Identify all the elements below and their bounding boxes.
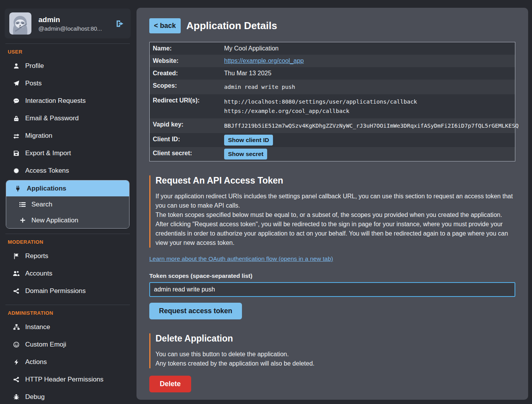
sidebar-item-custom-emoji[interactable]: Custom Emoji [5,336,131,353]
sidebar-item-email-password[interactable]: Email & Password [5,109,131,127]
sidebar-item-label: Access Tokens [25,166,69,175]
sidebar-item-label: Migration [25,132,52,140]
show-secret-button[interactable]: Show secret [224,149,267,160]
sign-out-icon[interactable] [115,19,124,28]
list-icon [19,201,26,208]
sidebar-item-reports[interactable]: Reports [5,247,131,265]
sidebar-item-label: Instance [25,323,50,331]
sidebar-item-migration[interactable]: Migration [5,127,131,144]
certificate-icon [13,168,20,174]
section-paragraph: You can use this button to delete the ap… [155,350,515,359]
share-nodes-icon [13,288,20,294]
table-row-client-secret: Client secret: Show secret [150,147,515,161]
website-link[interactable]: https://example.org/cool_app [224,57,304,64]
sidebar-item-actions[interactable]: Actions [5,353,131,371]
main-panel: < back Application Details Name: My Cool… [136,8,528,400]
section-title: Request An API Access Token [155,175,515,186]
application-details-table: Name: My Cool Application Website: https… [149,42,515,161]
delete-section-head: Delete Application You can use this butt… [149,333,515,368]
request-token-section-head: Request An API Access Token If your appl… [149,175,515,248]
request-access-token-button[interactable]: Request access token [149,303,242,319]
table-row-created: Created: Thu Mar 13 2025 [150,67,515,80]
divider [5,234,130,234]
divider [5,305,130,305]
sidebar-item-label: Interaction Requests [25,97,86,105]
delete-button[interactable]: Delete [149,376,191,392]
smile-icon [13,342,20,348]
user-icon [13,63,20,69]
table-row-client-id: Client ID: Show client ID [150,133,515,147]
sitemap-icon [13,324,20,330]
row-label: Created: [150,67,224,80]
row-label: Client ID: [150,133,224,146]
back-button[interactable]: < back [149,18,181,33]
sidebar-item-label: Search [31,200,52,208]
row-value: http://localhost:8080/settings/user/appl… [224,94,515,118]
sidebar-item-label: Applications [27,184,66,192]
paper-plane-icon [13,80,20,87]
sidebar-item-access-tokens[interactable]: Access Tokens [5,162,131,179]
sidebar-item-applications[interactable]: Applications [6,180,129,196]
user-card[interactable]: admin @admin@localhost:80... [5,9,131,38]
applications-subnav: Search New Application [6,196,129,228]
section-paragraph: If your application redirect URIs includ… [155,192,515,210]
sidebar-item-debug[interactable]: Debug [5,388,131,404]
sidebar-item-profile[interactable]: Profile [5,57,131,75]
section-label-administration: ADMINISTRATION [5,309,131,318]
sidebar-item-label: Actions [25,358,47,366]
section-paragraph: Any tokens created by the application wi… [155,359,515,368]
sidebar-item-label: Posts [25,79,42,87]
user-handle: @admin@localhost:80... [38,25,102,32]
sidebar-item-label: Profile [25,62,44,70]
table-row-scopes: Scopes: admin read write push [150,80,515,94]
users-icon [13,270,20,277]
section-label-moderation: MODERATION [5,238,131,247]
row-value: admin read write push [224,80,515,94]
sidebar-item-label: Reports [25,252,48,260]
token-scopes-input[interactable] [149,282,515,297]
share-nodes-icon [13,376,20,383]
show-client-id-button[interactable]: Show client ID [224,135,273,146]
sidebar-item-instance[interactable]: Instance [5,318,131,336]
user-meta: admin @admin@localhost:80... [38,16,102,32]
sidebar-item-posts[interactable]: Posts [5,75,131,92]
sidebar-item-new-application[interactable]: New Application [6,212,129,228]
page-title: Application Details [187,20,277,32]
sidebar: admin @admin@localhost:80... USER Profil… [0,0,136,404]
floppy-icon [13,150,20,156]
row-label: Name: [150,42,224,55]
exchange-icon [13,133,20,139]
section-paragraph: After clicking "Request access token", y… [155,220,515,248]
sloth-avatar [9,12,31,35]
table-row-vapid-key: Vapid key: BBJffJ219b5iE512m7wQSzv4KgKDh… [150,118,515,133]
sidebar-item-label: Debug [25,393,45,401]
sidebar-item-label: HTTP Header Permissions [25,375,104,383]
sidebar-item-interaction-requests[interactable]: Interaction Requests [5,92,131,109]
sidebar-item-search[interactable]: Search [6,196,129,212]
section-title: Delete Application [155,333,515,344]
lock-icon [13,115,20,121]
sidebar-item-accounts[interactable]: Accounts [5,265,131,282]
row-value: Thu Mar 13 2025 [224,67,515,80]
divider [5,43,130,44]
sidebar-item-label: New Application [31,216,78,224]
sidebar-item-http-header-permissions[interactable]: HTTP Header Permissions [5,371,131,388]
redirect-uri: http://localhost:8080/settings/user/appl… [224,97,512,106]
comment-icon [13,98,20,104]
applications-group: Applications Search New Application [6,180,130,229]
user-name: admin [38,16,102,24]
row-value: BBJffJ219b5iE512m7wQSzv4KgKDhgZZVzNyWC_r… [224,118,522,133]
oauth-docs-link[interactable]: Learn more about the OAuth authenticatio… [149,255,333,262]
sidebar-item-domain-permissions[interactable]: Domain Permissions [5,282,131,300]
row-label: Website: [150,55,224,67]
row-value: My Cool Application [224,42,515,55]
redirect-uri: https://example.org/cool_app/callback [224,106,512,116]
page-header: < back Application Details [149,18,515,33]
row-label: Vapid key: [150,118,224,131]
sidebar-item-label: Custom Emoji [25,340,66,349]
sidebar-item-label: Export & Import [25,149,71,157]
sidebar-item-export-import[interactable]: Export & Import [5,144,131,162]
request-token-section: Request An API Access Token If your appl… [149,175,515,319]
table-row-name: Name: My Cool Application [150,42,515,55]
sidebar-item-label: Accounts [25,269,52,277]
